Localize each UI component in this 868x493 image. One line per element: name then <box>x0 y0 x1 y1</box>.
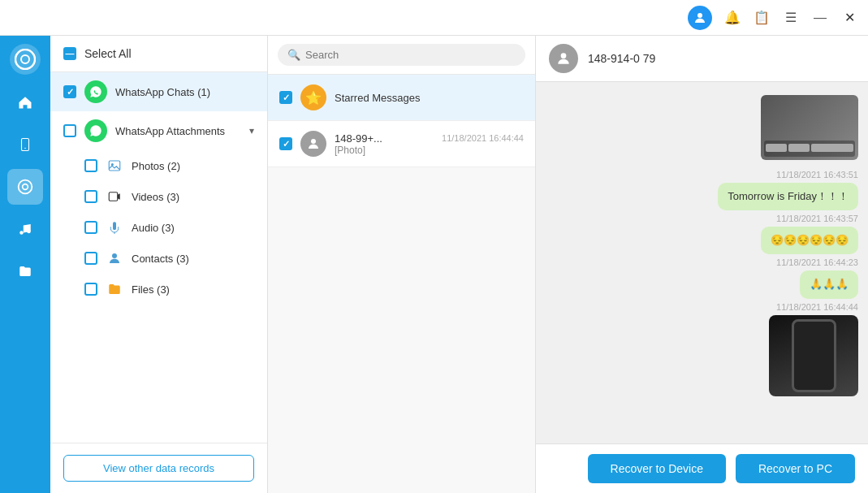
titlebar-icons: 🔔 📋 ☰ — ✕ <box>688 6 858 30</box>
contact-title: 148-99+... <box>335 132 382 145</box>
msg-timestamp-3: 11/18/2021 16:44:23 <box>776 257 858 267</box>
close-icon[interactable]: ✕ <box>840 9 858 27</box>
sub-item-files[interactable]: Files (3) <box>50 274 267 305</box>
left-item-whatsapp-attachments[interactable]: WhatsApp Attachments ▾ <box>50 111 267 150</box>
keyboard-image <box>761 95 858 160</box>
svg-point-14 <box>311 139 316 144</box>
select-all-checkbox[interactable]: — <box>63 47 76 60</box>
starred-content: Starred Messages <box>335 92 524 104</box>
sub-item-contacts[interactable]: Contacts (3) <box>50 243 267 274</box>
message-group-3: 11/18/2021 16:44:23 🙏🙏🙏 <box>546 257 858 298</box>
contact-time: 11/18/2021 16:44:44 <box>442 133 524 143</box>
right-panel: 148-914-0 79 11/18/2021 16:43:51 Tomorro… <box>536 36 868 493</box>
right-contact-avatar <box>549 44 578 73</box>
recover-to-pc-button[interactable]: Recover to PC <box>736 454 855 483</box>
whatsapp-chats-label: WhatsApp Chats (1) <box>115 86 254 98</box>
msg-timestamp-1: 11/18/2021 16:43:51 <box>776 170 858 179</box>
photos-icon <box>106 157 123 175</box>
svg-point-15 <box>561 53 567 58</box>
right-messages: 11/18/2021 16:43:51 Tomorrow is Friday！！… <box>536 82 868 443</box>
right-contact-name: 148-914-0 79 <box>588 52 655 65</box>
whatsapp-chats-checkbox[interactable]: ✓ <box>63 85 76 98</box>
recover-to-device-button[interactable]: Recover to Device <box>588 454 726 483</box>
starred-icon: ⭐ <box>300 84 326 110</box>
files-icon <box>106 280 123 298</box>
user-avatar-icon[interactable] <box>688 6 712 30</box>
select-all-label: Select All <box>84 47 132 60</box>
files-checkbox[interactable] <box>84 283 97 296</box>
videos-icon <box>106 188 123 205</box>
photos-checkbox[interactable] <box>84 159 97 172</box>
svg-point-6 <box>23 184 28 190</box>
message-group-1: 11/18/2021 16:43:51 Tomorrow is Friday！！… <box>546 170 858 210</box>
audio-label: Audio (3) <box>132 222 254 234</box>
sidebar <box>0 36 50 493</box>
msg-bubble-1: Tomorrow is Friday！！！ <box>718 183 858 210</box>
bell-icon[interactable]: 🔔 <box>723 9 741 27</box>
phone-image <box>769 315 858 396</box>
svg-point-13 <box>112 253 117 258</box>
middle-items: ✓ ⭐ Starred Messages ✓ 148-99+... 11/18/… <box>268 75 535 493</box>
middle-panel: 🔍 ✓ ⭐ Starred Messages ✓ <box>268 36 536 493</box>
left-panel-items: ✓ WhatsApp Chats (1) WhatsApp Attachment… <box>50 72 267 443</box>
starred-checkbox[interactable]: ✓ <box>279 91 292 104</box>
photos-label: Photos (2) <box>132 160 254 172</box>
middle-item-starred[interactable]: ✓ ⭐ Starred Messages <box>268 75 535 121</box>
search-input-wrap: 🔍 <box>278 44 525 66</box>
whatsapp-attachments-label: WhatsApp Attachments <box>115 125 241 137</box>
sidebar-item-folder[interactable] <box>7 253 43 289</box>
contact-content: 148-99+... 11/18/2021 16:44:44 [Photo] <box>335 132 524 156</box>
message-group-4: 11/18/2021 16:44:44 <box>546 302 858 396</box>
svg-point-0 <box>697 13 702 18</box>
sub-item-audio[interactable]: Audio (3) <box>50 212 267 243</box>
videos-checkbox[interactable] <box>84 190 97 203</box>
sub-item-videos[interactable]: Videos (3) <box>50 181 267 212</box>
contact-checkbox[interactable]: ✓ <box>279 137 292 150</box>
contact-sub: [Photo] <box>335 145 524 156</box>
sidebar-item-home[interactable] <box>7 84 43 120</box>
menu-icon[interactable]: ☰ <box>782 9 800 27</box>
left-panel: — Select All ✓ WhatsApp Chats (1) <box>50 36 268 493</box>
whatsapp-attachments-checkbox[interactable] <box>63 124 76 137</box>
msg-bubble-2: 😔😔😔😔😔😔 <box>761 227 858 254</box>
sidebar-item-phone[interactable] <box>7 127 43 162</box>
expand-icon[interactable]: ▾ <box>249 125 254 136</box>
audio-checkbox[interactable] <box>84 221 97 234</box>
svg-point-5 <box>19 180 32 194</box>
svg-rect-9 <box>109 161 120 171</box>
left-item-whatsapp-chats[interactable]: ✓ WhatsApp Chats (1) <box>50 72 267 111</box>
sidebar-item-music[interactable] <box>7 211 43 247</box>
files-label: Files (3) <box>132 283 254 296</box>
search-bar: 🔍 <box>268 36 535 75</box>
left-panel-footer: View other data records <box>50 443 267 493</box>
svg-point-7 <box>19 231 24 235</box>
videos-label: Videos (3) <box>132 191 254 203</box>
msg-timestamp-4: 11/18/2021 16:44:44 <box>776 302 858 312</box>
sidebar-item-cloud[interactable] <box>7 169 43 205</box>
sub-item-photos[interactable]: Photos (2) <box>50 150 267 181</box>
whatsapp-chats-icon <box>84 80 107 103</box>
right-header: 148-914-0 79 <box>536 36 868 82</box>
middle-item-contact[interactable]: ✓ 148-99+... 11/18/2021 16:44:44 [Photo] <box>268 121 535 167</box>
minimize-icon[interactable]: — <box>811 9 829 27</box>
svg-point-10 <box>111 163 114 166</box>
svg-point-8 <box>27 230 31 234</box>
view-other-data-button[interactable]: View other data records <box>63 455 254 482</box>
contacts-checkbox[interactable] <box>84 252 97 265</box>
contacts-icon <box>106 249 123 267</box>
clipboard-icon[interactable]: 📋 <box>753 9 771 27</box>
message-group-2: 11/18/2021 16:43:57 😔😔😔😔😔😔 <box>546 214 858 254</box>
main-container: — Select All ✓ WhatsApp Chats (1) <box>0 36 868 493</box>
select-all-row[interactable]: — Select All <box>50 36 267 72</box>
starred-title: Starred Messages <box>335 92 524 104</box>
whatsapp-attachments-icon <box>84 119 107 142</box>
msg-bubble-3: 🙏🙏🙏 <box>800 270 858 298</box>
svg-rect-11 <box>109 192 118 201</box>
svg-point-2 <box>21 55 29 63</box>
titlebar: 🔔 📋 ☰ — ✕ <box>0 0 868 36</box>
contacts-label: Contacts (3) <box>132 253 254 265</box>
msg-timestamp-2: 11/18/2021 16:43:57 <box>776 214 858 223</box>
search-input[interactable] <box>305 49 516 61</box>
audio-icon <box>106 218 123 236</box>
svg-point-1 <box>15 50 35 69</box>
